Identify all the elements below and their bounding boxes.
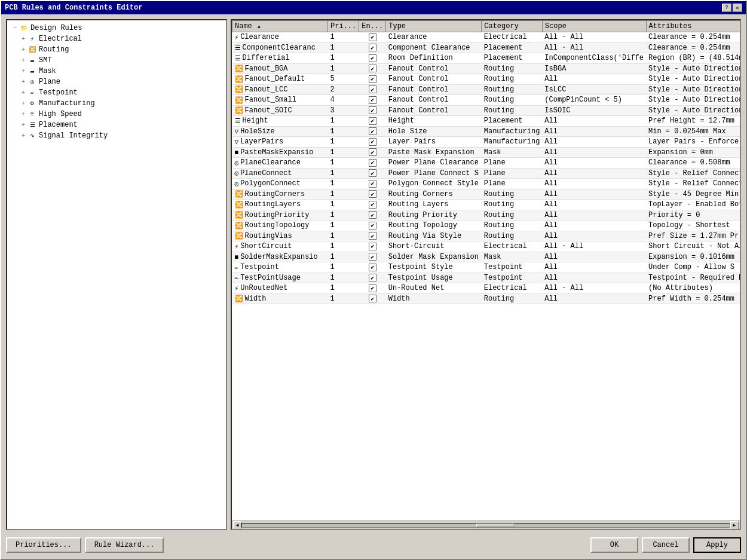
cell-enabled[interactable]: ✔ [359, 179, 386, 189]
col-header-type[interactable]: Type [386, 21, 482, 32]
scrollbar-thumb[interactable] [476, 524, 515, 527]
table-row[interactable]: ⚡UnRoutedNet1✔Un-Routed NetElectricalAll… [232, 283, 740, 294]
cell-enabled[interactable]: ✔ [359, 158, 386, 169]
cell-enabled[interactable]: ✔ [359, 168, 386, 179]
enabled-checkbox[interactable]: ✔ [369, 264, 376, 271]
cell-enabled[interactable]: ✔ [359, 147, 386, 158]
enabled-checkbox[interactable]: ✔ [369, 44, 376, 51]
enabled-checkbox[interactable]: ✔ [369, 159, 376, 167]
enabled-checkbox[interactable]: ✔ [369, 253, 376, 261]
table-row[interactable]: 🔀Fanout_SOIC3✔Fanout ControlRoutingIsSOI… [232, 105, 740, 116]
sidebar-item-signalintegrity[interactable]: + ∿ Signal Integrity [18, 130, 224, 141]
table-row[interactable]: 🔀RoutingTopology1✔Routing TopologyRoutin… [232, 221, 740, 231]
help-button[interactable]: ? [722, 4, 731, 12]
enabled-checkbox[interactable]: ✔ [369, 284, 376, 292]
cell-enabled[interactable]: ✔ [359, 221, 386, 231]
sidebar-item-manufacturing[interactable]: + ⚙ Manufacturing [18, 98, 224, 109]
enabled-checkbox[interactable]: ✔ [369, 127, 376, 135]
cell-enabled[interactable]: ✔ [359, 262, 386, 273]
close-button[interactable]: ✕ [733, 4, 742, 12]
table-row[interactable]: 🔀RoutingVias1✔Routing Via StyleRoutingAl… [232, 231, 740, 241]
table-row[interactable]: ◎PolygonConnect1✔Polygon Connect StylePl… [232, 179, 740, 189]
table-row[interactable]: 🔀Fanout_Small4✔Fanout ControlRouting(Com… [232, 95, 740, 106]
col-header-category[interactable]: Category [482, 21, 543, 32]
cell-enabled[interactable]: ✔ [359, 273, 386, 283]
cell-enabled[interactable]: ✔ [359, 74, 386, 85]
table-row[interactable]: ☰ComponentClearanc1✔Component ClearanceP… [232, 42, 740, 53]
col-header-name[interactable]: Name ▲ [232, 21, 328, 32]
table-row[interactable]: ✏Testpoint1✔Testpoint StyleTestpointAllU… [232, 262, 740, 273]
horizontal-scrollbar[interactable]: ◀ ▶ [232, 521, 740, 529]
cell-enabled[interactable]: ✔ [359, 231, 386, 241]
cell-enabled[interactable]: ✔ [359, 32, 386, 43]
enabled-checkbox[interactable]: ✔ [369, 138, 376, 146]
cell-enabled[interactable]: ✔ [359, 137, 386, 148]
sidebar-item-testpoint[interactable]: + ✏ Testpoint [18, 87, 224, 98]
scrollbar-track[interactable] [241, 523, 730, 528]
enabled-checkbox[interactable]: ✔ [369, 54, 376, 62]
left-panel[interactable]: − 📁 Design Rules + ⚡ Electrical + 🔀 [6, 19, 227, 530]
cell-enabled[interactable]: ✔ [359, 105, 386, 116]
enabled-checkbox[interactable]: ✔ [369, 201, 376, 209]
enabled-checkbox[interactable]: ✔ [369, 106, 376, 114]
scroll-right-arrow[interactable]: ▶ [730, 521, 739, 530]
enabled-checkbox[interactable]: ✔ [369, 243, 376, 250]
cell-enabled[interactable]: ✔ [359, 200, 386, 210]
table-row[interactable]: ◎PlaneClearance1✔Power Plane ClearancePl… [232, 158, 740, 169]
table-row[interactable]: ⚡ShortCircuit1✔Short-CircuitElectricalAl… [232, 241, 740, 252]
table-row[interactable]: ▽HoleSize1✔Hole SizeManufacturingAllMin … [232, 126, 740, 137]
table-row[interactable]: ⚡Clearance1✔ClearanceElectricalAll · All… [232, 32, 740, 43]
cell-enabled[interactable]: ✔ [359, 116, 386, 127]
col-header-enabled[interactable]: En... [359, 21, 386, 32]
tree-root[interactable]: − 📁 Design Rules [10, 23, 224, 33]
col-header-attributes[interactable]: Attributes [646, 21, 740, 32]
enabled-checkbox[interactable]: ✔ [369, 274, 376, 281]
table-row[interactable]: ▽LayerPairs1✔Layer PairsManufacturingAll… [232, 137, 740, 148]
enabled-checkbox[interactable]: ✔ [369, 65, 376, 72]
table-row[interactable]: ✏TestPointUsage1✔Testpoint UsageTestpoin… [232, 273, 740, 283]
scroll-left-arrow[interactable]: ◀ [233, 521, 241, 530]
enabled-checkbox[interactable]: ✔ [369, 295, 376, 302]
enabled-checkbox[interactable]: ✔ [369, 190, 376, 198]
root-expand-icon[interactable]: − [11, 25, 19, 32]
cell-enabled[interactable]: ✔ [359, 63, 386, 74]
enabled-checkbox[interactable]: ✔ [369, 169, 376, 177]
cell-enabled[interactable]: ✔ [359, 293, 386, 304]
sidebar-item-routing[interactable]: + 🔀 Routing [18, 44, 224, 55]
cell-enabled[interactable]: ✔ [359, 283, 386, 294]
sidebar-item-electrical[interactable]: + ⚡ Electrical [18, 33, 224, 44]
cell-enabled[interactable]: ✔ [359, 241, 386, 252]
table-row[interactable]: ◼SolderMaskExpansio1✔Solder Mask Expansi… [232, 252, 740, 262]
sidebar-item-placement[interactable]: + ☰ Placement [18, 120, 224, 130]
sidebar-item-smt[interactable]: + ▬ SMT [18, 55, 224, 66]
cell-enabled[interactable]: ✔ [359, 95, 386, 106]
cell-enabled[interactable]: ✔ [359, 210, 386, 221]
table-scroll-area[interactable]: Name ▲ Pri... En... Type Category Scope … [232, 20, 740, 521]
enabled-checkbox[interactable]: ✔ [369, 75, 376, 83]
table-row[interactable]: 🔀Fanout_BGA1✔Fanout ControlRoutingIsBGAS… [232, 63, 740, 74]
enabled-checkbox[interactable]: ✔ [369, 85, 376, 93]
apply-button[interactable]: Apply [693, 537, 741, 553]
cell-enabled[interactable]: ✔ [359, 252, 386, 262]
priorities-button[interactable]: Priorities... [6, 537, 81, 553]
enabled-checkbox[interactable]: ✔ [369, 180, 376, 188]
table-row[interactable]: ☰Height1✔HeightPlacementAllPref Height =… [232, 116, 740, 127]
table-row[interactable]: ◎PlaneConnect1✔Power Plane Connect SPlan… [232, 168, 740, 179]
sidebar-item-plane[interactable]: + ◎ Plane [18, 76, 224, 87]
enabled-checkbox[interactable]: ✔ [369, 211, 376, 219]
table-row[interactable]: 🔀RoutingPriority1✔Routing PriorityRoutin… [232, 210, 740, 221]
ok-button[interactable]: OK [590, 537, 638, 553]
table-row[interactable]: 🔀Width1✔WidthRoutingAllPref Width = 0.25… [232, 293, 740, 304]
sidebar-item-highspeed[interactable]: + ≡ High Speed [18, 109, 224, 120]
cell-enabled[interactable]: ✔ [359, 42, 386, 53]
table-row[interactable]: 🔀RoutingCorners1✔Routing CornersRoutingA… [232, 189, 740, 200]
cell-enabled[interactable]: ✔ [359, 53, 386, 64]
rule-wizard-button[interactable]: Rule Wizard... [85, 537, 164, 553]
cell-enabled[interactable]: ✔ [359, 126, 386, 137]
table-row[interactable]: 🔀RoutingLayers1✔Routing LayersRoutingAll… [232, 200, 740, 210]
enabled-checkbox[interactable]: ✔ [369, 117, 376, 125]
table-row[interactable]: 🔀Fanout_Default5✔Fanout ControlRoutingAl… [232, 74, 740, 85]
table-row[interactable]: 🔀Fanout_LCC2✔Fanout ControlRoutingIsLCCS… [232, 84, 740, 95]
enabled-checkbox[interactable]: ✔ [369, 96, 376, 104]
col-header-scope[interactable]: Scope [542, 21, 646, 32]
